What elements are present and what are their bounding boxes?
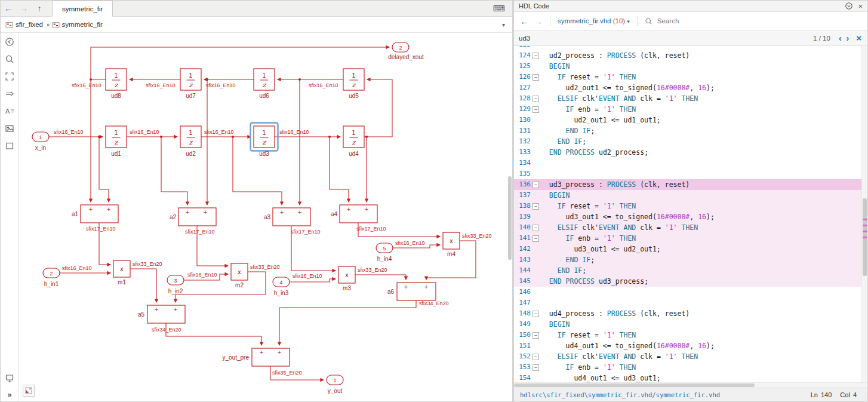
block-ud1[interactable]: 1zud1 (106, 126, 127, 157)
previous-match-button[interactable]: ‹ (836, 33, 844, 43)
code-line[interactable]: 124− ud2_process : PROCESS (clk, reset) (514, 50, 867, 61)
code-line[interactable]: 131 END IF; (514, 125, 867, 136)
code-line[interactable]: 138− IF reset = '1' THEN (514, 201, 867, 211)
block-m2[interactable]: xm2 (231, 263, 248, 289)
next-match-button[interactable]: › (844, 33, 852, 43)
file-selector[interactable]: symmetric_fir.vhd (10) ▾ (558, 17, 630, 24)
block-ud3-selected[interactable]: 1zud3 (251, 123, 278, 158)
fold-column[interactable]: − (531, 179, 541, 190)
code-line[interactable]: 144 END IF; (514, 265, 867, 276)
fold-column[interactable]: − (531, 351, 541, 362)
code-line[interactable]: 152− ELSIF clk'EVENT AND clk = '1' THEN (514, 351, 867, 362)
fold-column[interactable]: − (531, 308, 541, 319)
block-ud5[interactable]: 1zud5 (343, 69, 364, 99)
inport-h-in1[interactable]: 2h_in1 (43, 268, 60, 287)
code-line[interactable]: 142 ud3_out1 <= ud2_out1; (514, 244, 867, 254)
fold-column[interactable]: − (531, 201, 541, 211)
code-line[interactable]: 151 ud4_out1 <= to_signed(16#0000#, 16); (514, 340, 867, 351)
block-ud6[interactable]: 1zud6 (254, 69, 275, 99)
panel-menu-icon[interactable] (845, 2, 853, 10)
block-a5[interactable]: ++a5 (138, 305, 185, 323)
block-a4[interactable]: ++a4 (331, 205, 377, 223)
code-line[interactable]: 139 ud3_out1 <= to_signed(16#0000#, 16); (514, 211, 867, 222)
code-line[interactable]: 128− ELSIF clk'EVENT AND clk = '1' THEN (514, 93, 867, 104)
code-line[interactable]: 126− IF reset = '1' THEN (514, 72, 867, 82)
fold-column[interactable]: − (531, 362, 541, 373)
code-line[interactable]: 154 ud4_out1 <= ud3_out1; (514, 373, 867, 382)
zoom-icon[interactable] (4, 54, 15, 65)
image-icon[interactable] (4, 123, 15, 134)
code-line[interactable]: 145 END PROCESS ud3_process; (514, 276, 867, 287)
code-line[interactable]: 129− IF enb = '1' THEN (514, 104, 867, 115)
annotation-icon[interactable]: A (4, 106, 15, 116)
code-line[interactable]: 149 BEGIN (514, 319, 867, 330)
block-m3[interactable]: xm3 (338, 266, 355, 291)
viewers-icon[interactable] (4, 373, 15, 383)
forward-button[interactable]: → (16, 1, 32, 16)
model-browser-toggle-button[interactable] (23, 385, 35, 397)
block-m1[interactable]: xm1 (113, 260, 130, 286)
search-input[interactable] (656, 17, 861, 25)
code-line[interactable]: 135 (514, 168, 867, 179)
code-line[interactable]: 148− ud4_process : PROCESS (clk, reset) (514, 308, 867, 319)
block-ud8[interactable]: 1zud8 (106, 69, 127, 99)
code-line[interactable]: 134 (514, 158, 867, 168)
code-line[interactable]: 153− IF enb = '1' THEN (514, 362, 867, 373)
inport-h-in4[interactable]: 5h_in4 (376, 243, 393, 262)
code-forward-button[interactable]: → (534, 16, 543, 26)
inport-h-in2[interactable]: 3h_in2 (167, 275, 184, 294)
breadcrumb-item-symmetric-fir[interactable]: symmetric_fir (52, 21, 103, 29)
code-back-button[interactable]: ← (520, 16, 529, 26)
block-ud7[interactable]: 1zud7 (180, 69, 201, 99)
code-viewer[interactable]: 123124− ud2_process : PROCESS (clk, rese… (514, 46, 867, 382)
code-vertical-scrollbar[interactable] (861, 46, 867, 382)
code-line[interactable]: 132 END IF; (514, 136, 867, 147)
breadcrumb-item-sfir-fixed[interactable]: sfir_fixed (5, 21, 43, 29)
code-line[interactable]: 136− ud3_process : PROCESS (clk, reset) (514, 179, 867, 190)
inport-x-in[interactable]: 1x_in (32, 132, 49, 151)
block-ud2[interactable]: 1zud2 (180, 126, 201, 157)
code-line[interactable]: 137 BEGIN (514, 190, 867, 201)
code-line[interactable]: 150− IF reset = '1' THEN (514, 330, 867, 340)
code-line[interactable]: 125 BEGIN (514, 61, 867, 72)
block-ud4[interactable]: 1zud4 (343, 126, 364, 157)
close-panel-icon[interactable]: × (858, 2, 863, 11)
outport-delayed-xout[interactable]: 2delayed_xout (388, 42, 424, 60)
tab-symmetric-fir[interactable]: symmetric_fir (52, 1, 113, 17)
inport-h-in3[interactable]: 4h_in3 (273, 277, 290, 296)
outport-y-out[interactable]: 1y_out (327, 375, 343, 394)
block-a2[interactable]: ++a2 (170, 208, 216, 226)
scrollbar-thumb[interactable] (514, 383, 755, 387)
code-line[interactable]: 127 ud2_out1 <= to_signed(16#0000#, 16); (514, 82, 867, 93)
canvas-vertical-scrollbar[interactable] (508, 176, 512, 260)
code-line[interactable]: 140− ELSIF clk'EVENT AND clk = '1' THEN (514, 222, 867, 233)
hide-browser-icon[interactable] (4, 36, 15, 47)
fold-column[interactable]: − (531, 222, 541, 233)
code-line[interactable]: 146 (514, 287, 867, 297)
block-y-out-pre[interactable]: ++y_out_pre (223, 348, 290, 366)
block-a1[interactable]: ++a1 (72, 205, 118, 223)
fold-column[interactable]: − (531, 233, 541, 244)
code-line[interactable]: 123 (514, 46, 867, 50)
code-line[interactable]: 130 ud2_out1 <= ud1_out1; (514, 115, 867, 125)
up-to-parent-button[interactable]: ↑ (32, 1, 47, 16)
back-button[interactable]: ← (1, 1, 16, 16)
fold-column[interactable]: − (531, 50, 541, 61)
fold-column[interactable]: − (531, 330, 541, 340)
fold-column[interactable]: − (531, 93, 541, 104)
block-a3[interactable]: ++a3 (264, 208, 310, 226)
close-find-icon[interactable]: × (856, 33, 861, 43)
keyboard-shortcuts-icon[interactable]: ⌨ (493, 4, 505, 13)
code-horizontal-scrollbar[interactable] (514, 382, 867, 388)
fold-column[interactable]: − (531, 72, 541, 82)
code-line[interactable]: 133 END PROCESS ud2_process; (514, 147, 867, 158)
model-canvas[interactable]: 1zud8 1zud7 1zud6 1zud5 1zud1 1zud2 1zud… (19, 33, 512, 401)
breadcrumb-dropdown-icon[interactable]: ▾ (502, 22, 512, 28)
code-line[interactable]: 141− IF enb = '1' THEN (514, 233, 867, 244)
code-line[interactable]: 147 (514, 297, 867, 308)
fold-column[interactable]: − (531, 104, 541, 115)
block-m4[interactable]: xm4 (443, 232, 460, 257)
block-a6[interactable]: ++a6 (387, 283, 436, 300)
route-arrows-icon[interactable] (4, 88, 15, 99)
area-select-icon[interactable] (4, 140, 15, 151)
